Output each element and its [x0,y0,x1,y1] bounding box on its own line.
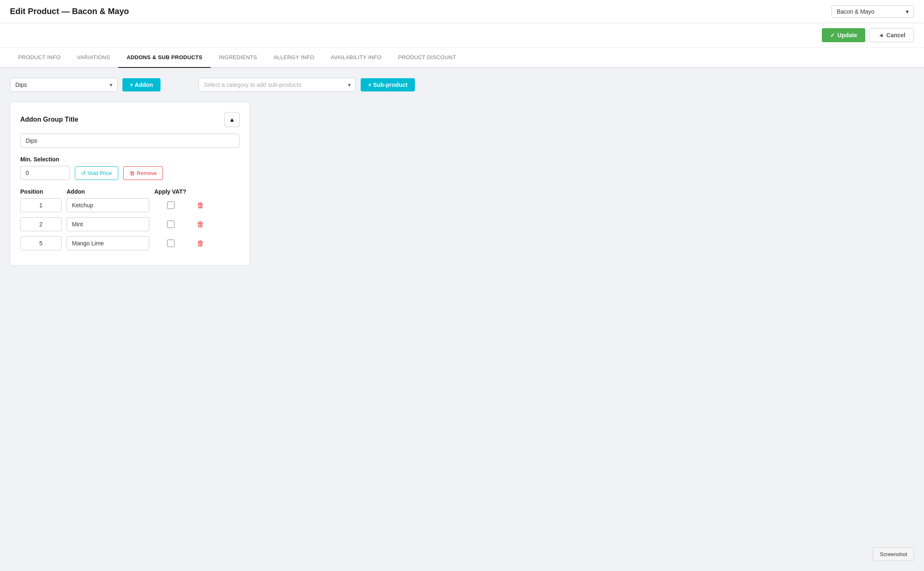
collapse-button[interactable]: ▲ [225,112,239,127]
tab-product-info[interactable]: PRODUCT INFO [10,48,69,68]
table-row: 🗑 [20,217,239,231]
cancel-label: Cancel [886,32,905,38]
row-3-vat-checkbox[interactable] [167,240,175,247]
subproduct-controls: Select a category to add sub-products + … [199,78,415,92]
tab-product-discount[interactable]: PRODUCT DISCOUNT [390,48,464,68]
row-2-delete-button[interactable]: 🗑 [192,220,209,229]
min-selection-group: Min. Selection ↺ Void Price 🗑 Remove [20,156,239,180]
col-position: Position [20,188,62,195]
screenshot-label: Screenshot [880,551,907,557]
min-selection-row: ↺ Void Price 🗑 Remove [20,166,239,180]
tab-availability-info[interactable]: AVAILABILITY INFO [323,48,390,68]
addon-table: Position Addon Apply VAT? 🗑 [20,188,239,250]
back-arrow-icon: ◄ [878,32,884,38]
row-2-addon[interactable] [67,217,149,231]
header-right: Bacon & Mayo ▾ [831,5,914,18]
row-3-delete-button[interactable]: 🗑 [192,239,209,248]
controls-row: Dips + Addon Select a category to add su… [10,78,914,92]
table-row: 🗑 [20,236,239,250]
min-selection-input[interactable] [20,166,70,180]
group-title-input[interactable] [20,134,239,148]
row-1-delete-button[interactable]: 🗑 [192,201,209,210]
update-label: Update [838,32,857,38]
tab-addons-sub-products[interactable]: ADDONS & SUB PRODUCTS [118,48,211,68]
tab-ingredients[interactable]: INGREDIENTS [211,48,265,68]
table-row: 🗑 [20,198,239,212]
product-selector[interactable]: Bacon & Mayo ▾ [831,5,914,18]
trash-icon-1: 🗑 [197,201,204,210]
min-selection-label: Min. Selection [20,156,239,163]
chevron-down-icon: ▾ [906,8,909,15]
row-3-vat-cell [154,240,187,247]
add-subproduct-button[interactable]: + Sub-product [361,78,415,91]
trash-icon-remove: 🗑 [129,170,135,176]
main-content: Dips + Addon Select a category to add su… [0,68,924,564]
chevron-up-icon: ▲ [229,116,235,123]
screenshot-button[interactable]: Screenshot [873,547,914,561]
page-header: Edit Product — Bacon & Mayo Bacon & Mayo… [0,0,924,23]
tab-variations[interactable]: VARIATIONS [69,48,118,68]
addon-category-wrapper: Dips [10,78,117,92]
card-header: Addon Group Title ▲ [20,112,239,127]
addon-card: Addon Group Title ▲ Min. Selection ↺ Voi… [10,102,250,266]
row-1-vat-cell [154,202,187,209]
trash-icon-3: 🗑 [197,239,204,248]
col-addon: Addon [67,188,149,195]
void-price-button[interactable]: ↺ Void Price [75,166,118,180]
add-addon-button[interactable]: + Addon [122,78,160,91]
product-selector-label: Bacon & Mayo [837,8,874,15]
tabs-bar: PRODUCT INFO VARIATIONS ADDONS & SUB PRO… [0,48,924,68]
update-button[interactable]: ✓ Update [822,28,865,42]
group-title-group [20,134,239,148]
cancel-button[interactable]: ◄ Cancel [869,28,914,42]
subproduct-dropdown[interactable]: Select a category to add sub-products [199,78,356,92]
page-title: Edit Product — Bacon & Mayo [10,7,129,16]
row-1-vat-checkbox[interactable] [167,202,175,209]
tab-allergy-info[interactable]: ALLERGY INFO [266,48,323,68]
row-2-vat-cell [154,221,187,228]
addon-button-label: + Addon [130,82,153,88]
row-1-addon[interactable] [67,198,149,212]
remove-button[interactable]: 🗑 Remove [123,166,163,180]
subproduct-button-label: + Sub-product [368,82,407,88]
refresh-icon: ↺ [81,170,86,176]
row-2-vat-checkbox[interactable] [167,221,175,228]
row-3-addon[interactable] [67,236,149,250]
void-price-label: Void Price [88,170,112,176]
trash-icon-2: 🗑 [197,220,204,229]
toolbar: ✓ Update ◄ Cancel [0,23,924,48]
addon-dropdown[interactable]: Dips [10,78,117,92]
row-1-position[interactable] [20,198,62,212]
remove-label: Remove [137,170,157,176]
col-apply-vat: Apply VAT? [154,188,187,195]
card-title: Addon Group Title [20,116,78,123]
subproduct-category-wrapper: Select a category to add sub-products [199,78,356,92]
col-actions [192,188,209,195]
check-icon: ✓ [830,32,835,38]
row-3-position[interactable] [20,236,62,250]
table-header: Position Addon Apply VAT? [20,188,239,198]
row-2-position[interactable] [20,217,62,231]
